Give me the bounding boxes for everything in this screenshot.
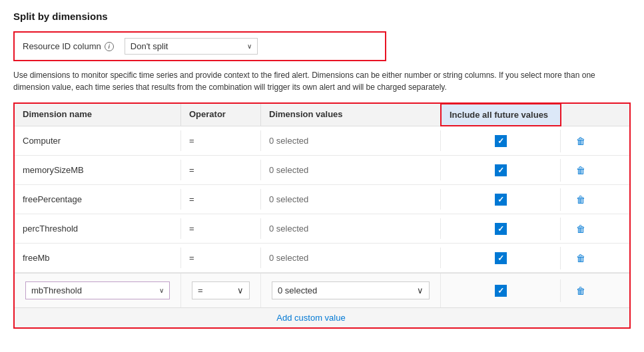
table-row: freePercentage = 0 selected 🗑 (15, 185, 629, 214)
page-title: Split by dimensions (13, 11, 631, 22)
cell-name-4: freeMb (15, 248, 181, 268)
cell-delete-4[interactable]: 🗑 (561, 248, 601, 269)
edit-operator-value: = (198, 285, 203, 295)
table-row: Computer = 0 selected 🗑 (15, 126, 629, 156)
edit-cell-operator[interactable]: = ∨ (181, 273, 261, 307)
table-row: freeMb = 0 selected 🗑 (15, 244, 629, 273)
edit-cell-name[interactable]: mbThreshold ∨ (15, 273, 181, 307)
cell-name-3: percThreshold (15, 218, 181, 239)
edit-values-value: 0 selected (278, 285, 317, 295)
table-header: Dimension name Operator Dimension values… (15, 104, 629, 126)
edit-checkbox[interactable] (495, 285, 507, 297)
header-include-future: Include all future values (440, 103, 561, 126)
cell-values-4[interactable]: 0 selected (261, 248, 441, 268)
cell-operator-1: = (181, 160, 261, 180)
resource-id-info-icon[interactable]: i (105, 42, 114, 51)
delete-icon-3[interactable]: 🗑 (576, 224, 585, 234)
edit-row: mbThreshold ∨ = ∨ 0 selected ∨ � (15, 273, 629, 307)
delete-icon-2[interactable]: 🗑 (576, 194, 585, 205)
cell-values-2[interactable]: 0 selected (261, 189, 441, 210)
cell-operator-3: = (181, 218, 261, 239)
checkbox-4[interactable] (495, 252, 507, 264)
delete-icon-0[interactable]: 🗑 (576, 136, 585, 146)
header-operator: Operator (181, 104, 261, 126)
edit-cell-delete[interactable]: 🗑 (561, 280, 601, 301)
cell-checkbox-2[interactable] (441, 188, 561, 211)
edit-cell-checkbox[interactable] (441, 279, 561, 302)
edit-name-chevron-icon: ∨ (159, 287, 164, 294)
cell-checkbox-4[interactable] (441, 247, 561, 269)
cell-delete-1[interactable]: 🗑 (561, 160, 601, 181)
resource-id-value: Don't split (131, 41, 168, 51)
add-custom-row: Add custom value (15, 307, 629, 327)
cell-checkbox-0[interactable] (441, 130, 561, 152)
cell-checkbox-1[interactable] (441, 159, 561, 182)
table-row: memorySizeMB = 0 selected 🗑 (15, 156, 629, 185)
resource-id-section: Resource ID column i Don't split ∨ (13, 31, 386, 61)
delete-icon-4[interactable]: 🗑 (576, 253, 585, 264)
cell-delete-3[interactable]: 🗑 (561, 218, 601, 240)
resource-id-chevron-icon: ∨ (247, 43, 252, 50)
delete-icon-1[interactable]: 🗑 (576, 165, 585, 176)
cell-values-3[interactable]: 0 selected (261, 218, 441, 239)
checkbox-0[interactable] (495, 135, 507, 147)
add-custom-cell[interactable]: Add custom value (181, 308, 441, 327)
description-text: Use dimensions to monitor specific time … (13, 69, 613, 93)
checkbox-1[interactable] (495, 164, 507, 176)
checkbox-2[interactable] (495, 194, 507, 206)
cell-name-0: Computer (15, 130, 181, 151)
cell-operator-2: = (181, 189, 261, 210)
cell-operator-0: = (181, 130, 261, 151)
table-row: percThreshold = 0 selected 🗑 (15, 214, 629, 244)
add-custom-link[interactable]: Add custom value (276, 313, 345, 323)
edit-operator-chevron-icon: ∨ (237, 285, 244, 295)
cell-values-1[interactable]: 0 selected (261, 160, 441, 180)
cell-values-0[interactable]: 0 selected (261, 130, 441, 151)
edit-cell-values[interactable]: 0 selected ∨ (261, 273, 441, 307)
edit-name-dropdown[interactable]: mbThreshold ∨ (25, 281, 170, 299)
header-actions (561, 104, 601, 126)
edit-name-value: mbThreshold (31, 285, 82, 295)
cell-name-2: freePercentage (15, 189, 181, 210)
cell-checkbox-3[interactable] (441, 218, 561, 240)
header-dimension-values: Dimension values (261, 104, 441, 126)
edit-values-dropdown[interactable]: 0 selected ∨ (272, 281, 430, 299)
edit-delete-icon[interactable]: 🗑 (576, 285, 585, 296)
checkbox-3[interactable] (495, 223, 507, 235)
resource-id-label-text: Resource ID column (23, 41, 101, 51)
cell-delete-0[interactable]: 🗑 (561, 130, 601, 152)
edit-values-chevron-icon: ∨ (417, 285, 424, 295)
table-body: Computer = 0 selected 🗑 memorySizeMB = 0… (15, 126, 629, 327)
edit-operator-dropdown[interactable]: = ∨ (192, 281, 250, 299)
resource-id-label: Resource ID column i (23, 41, 114, 51)
header-dimension-name: Dimension name (15, 104, 181, 126)
cell-operator-4: = (181, 248, 261, 268)
cell-delete-2[interactable]: 🗑 (561, 189, 601, 210)
dimensions-table: Dimension name Operator Dimension values… (13, 102, 631, 329)
cell-name-1: memorySizeMB (15, 160, 181, 180)
resource-id-dropdown[interactable]: Don't split ∨ (125, 38, 258, 55)
